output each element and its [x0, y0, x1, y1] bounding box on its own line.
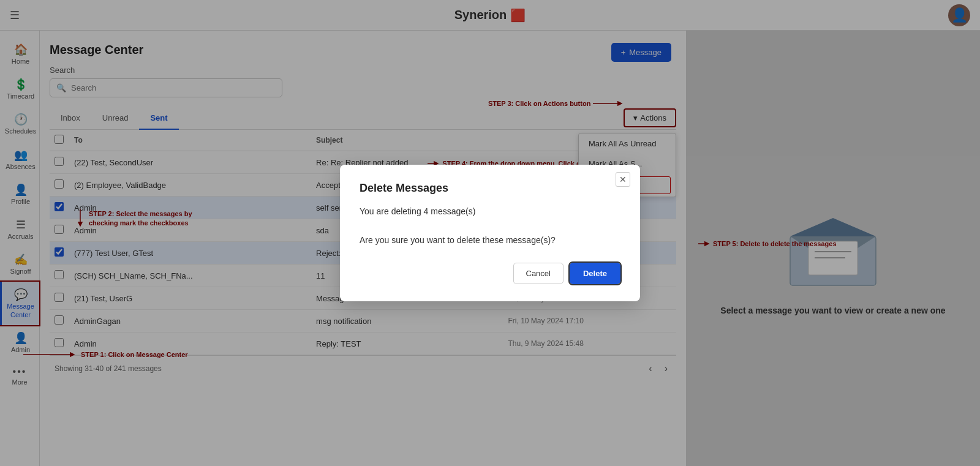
delete-modal: Delete Messages ✕ You are deleting 4 mes… — [340, 165, 640, 301]
cancel-button[interactable]: Cancel — [513, 263, 564, 284]
delete-label: Delete — [583, 269, 607, 278]
modal-line2: Are you sure you want to delete these me… — [360, 233, 620, 248]
cancel-label: Cancel — [526, 269, 551, 278]
modal-close-button[interactable]: ✕ — [616, 172, 630, 187]
delete-button[interactable]: Delete — [570, 263, 620, 284]
modal-line1: You are deleting 4 message(s) — [360, 205, 620, 219]
modal-body: You are deleting 4 message(s) Are you su… — [360, 205, 620, 248]
modal-footer: Cancel Delete — [360, 263, 620, 284]
modal-title: Delete Messages — [360, 182, 620, 195]
modal-overlay: Delete Messages ✕ You are deleting 4 mes… — [0, 0, 980, 466]
